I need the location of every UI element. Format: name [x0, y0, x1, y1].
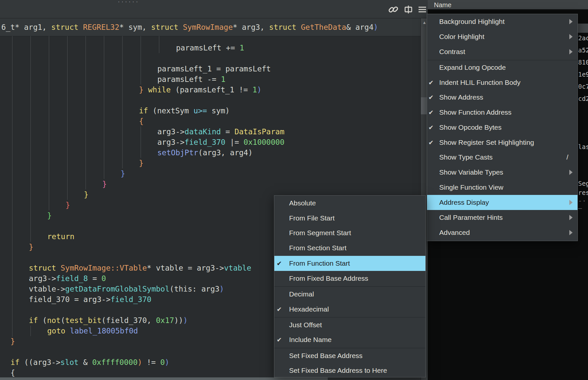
code-line[interactable]: paramsLeft -= 1 [157, 74, 225, 85]
code-line[interactable]: goto label_18005bf0d [47, 326, 138, 336]
menu-item-contrast[interactable]: Contrast [427, 44, 578, 59]
code-token[interactable]: )) [174, 316, 183, 325]
code-token[interactable]: } [139, 86, 148, 94]
code-token[interactable]: * vtable = arg3-> [147, 264, 224, 272]
code-token[interactable]: struct [269, 23, 301, 31]
code-token[interactable]: 6_t* arg1, [1, 23, 51, 31]
menu-item-background-highlight[interactable]: Background Highlight [427, 14, 578, 29]
code-token[interactable]: field_370 [110, 295, 151, 304]
code-token[interactable]: != [142, 358, 160, 367]
code-token[interactable]: while [148, 86, 175, 94]
code-line[interactable]: if ((arg3->slot & 0xffff0000) != 0) [10, 357, 169, 368]
code-token[interactable]: ) [138, 358, 142, 367]
split-view-icon[interactable] [403, 5, 414, 14]
submenu-item-from-fixed-base-address[interactable]: From Fixed Base Address [274, 271, 425, 286]
code-token[interactable]: 1 [252, 86, 257, 94]
menu-item-single-function-view[interactable]: Single Function View [427, 180, 578, 195]
code-token[interactable]: if [10, 358, 24, 367]
code-token[interactable]: struct [29, 264, 61, 272]
submenu-item-set-fixed-base-address-to-here[interactable]: Set Fixed Base Address to Here [274, 363, 425, 378]
code-line[interactable]: vtable->getDataFromGlobalSymbol(this: ar… [29, 284, 224, 294]
code-token[interactable]: not [47, 316, 61, 325]
menu-item-show-function-address[interactable]: ✔Show Function Address [427, 105, 578, 120]
code-line[interactable]: paramsLeft += 1 [176, 43, 244, 53]
code-token[interactable]: return [47, 232, 74, 241]
menu-item-color-highlight[interactable]: Color Highlight [427, 29, 578, 44]
code-token[interactable]: if [139, 106, 153, 115]
code-line[interactable]: arg3->field_370 |= 0x1000000 [157, 137, 284, 147]
code-token[interactable]: struct [51, 23, 83, 31]
submenu-item-from-function-start[interactable]: ✔From Function Start [274, 256, 425, 271]
code-token[interactable]: paramsLeft += [176, 44, 240, 52]
code-token[interactable]: } [66, 201, 70, 209]
code-token[interactable]: paramsLeft_1 = paramsLeft [157, 65, 271, 73]
code-token[interactable]: ) [374, 23, 378, 31]
submenu-item-set-fixed-base-address[interactable]: Set Fixed Base Address [274, 348, 425, 363]
code-token[interactable]: vtable-> [29, 285, 65, 293]
code-line[interactable]: } [102, 179, 107, 189]
submenu-item-from-segment-start[interactable]: From Segment Start [274, 225, 425, 240]
code-token[interactable]: arg3-> [29, 274, 56, 283]
code-line[interactable]: } [139, 158, 144, 168]
code-token[interactable]: field_370 [185, 138, 225, 146]
code-token[interactable]: ) [183, 316, 188, 325]
name-column-header[interactable]: Name [428, 0, 588, 10]
code-token[interactable]: |= [225, 138, 244, 146]
code-token[interactable]: SymRowImage::VTable [61, 264, 147, 272]
code-token[interactable]: ) [165, 358, 169, 367]
code-token[interactable]: dataKind [185, 127, 221, 136]
code-line[interactable]: { [139, 116, 144, 126]
code-token[interactable]: } [10, 337, 15, 346]
code-line[interactable]: } [47, 210, 52, 221]
code-token[interactable]: slot [60, 358, 78, 367]
menu-item-call-parameter-hints[interactable]: Call Parameter Hints [427, 210, 578, 225]
code-token[interactable]: 0 [102, 274, 106, 283]
code-token[interactable]: 1 [221, 75, 225, 84]
code-line[interactable]: } while (paramsLeft_1 != 1) [139, 85, 262, 95]
code-token[interactable]: vtable [224, 264, 251, 272]
code-token[interactable]: & [79, 358, 92, 367]
code-token[interactable]: sym) [212, 106, 230, 115]
code-token[interactable]: DataIsParam [234, 127, 284, 136]
menu-item-show-register-set-highlighting[interactable]: ✔Show Register Set Highlighting [427, 135, 578, 150]
code-line[interactable]: } [10, 336, 15, 347]
code-line[interactable]: struct SymRowImage::VTable* vtable = arg… [29, 263, 251, 273]
code-token[interactable]: ) [220, 285, 224, 293]
code-token[interactable]: 0x17 [156, 316, 174, 325]
code-token[interactable]: arg3-> [157, 127, 185, 136]
code-token[interactable]: 1 [240, 44, 244, 52]
code-token[interactable]: = [88, 274, 102, 283]
submenu-item-from-section-start[interactable]: From Section Start [274, 240, 425, 256]
submenu-item-absolute[interactable]: Absolute [274, 196, 425, 211]
code-token[interactable]: (nextSym [153, 106, 194, 115]
submenu-item-from-file-start[interactable]: From File Start [274, 211, 425, 226]
code-token[interactable]: (field_370, [102, 316, 156, 325]
code-token[interactable]: u>= [193, 106, 211, 115]
code-token[interactable]: * arg3, [233, 23, 269, 31]
submenu-item-hexadecimal[interactable]: ✔Hexadecimal [274, 302, 425, 317]
menu-item-advanced[interactable]: Advanced [427, 225, 578, 240]
code-token[interactable]: 0x1000000 [244, 138, 284, 146]
code-line[interactable]: { [10, 368, 15, 378]
code-token[interactable]: = [221, 127, 235, 136]
code-token[interactable]: goto [47, 327, 70, 335]
code-token[interactable]: ( [43, 316, 47, 325]
function-signature[interactable]: 6_t* arg1, struct REGREL32* sym, struct … [1, 22, 378, 32]
code-token[interactable]: { [10, 369, 15, 377]
menu-item-indent-hlil-function-body[interactable]: ✔Indent HLIL Function Body [427, 75, 578, 90]
code-token[interactable]: test_bit [65, 316, 102, 325]
menu-item-address-display[interactable]: Address Display [427, 195, 578, 210]
code-token[interactable]: ((arg3-> [24, 358, 61, 367]
code-token[interactable]: } [47, 211, 52, 220]
code-token[interactable]: paramsLeft -= [157, 75, 221, 84]
link-icon[interactable] [388, 5, 399, 14]
pane-drag-handle[interactable]: ...... [117, 0, 139, 4]
code-token[interactable]: field_8 [56, 274, 88, 283]
menu-item-show-type-casts[interactable]: Show Type Casts/ [427, 150, 578, 165]
code-line[interactable]: return [47, 231, 74, 242]
code-line[interactable]: if (not(test_bit(field_370, 0x17))) [29, 315, 188, 326]
code-token[interactable]: & arg4 [346, 23, 373, 31]
code-token[interactable]: ( [61, 316, 65, 325]
code-token[interactable]: label_18005bf0d [70, 327, 138, 335]
code-token[interactable]: } [102, 180, 107, 188]
